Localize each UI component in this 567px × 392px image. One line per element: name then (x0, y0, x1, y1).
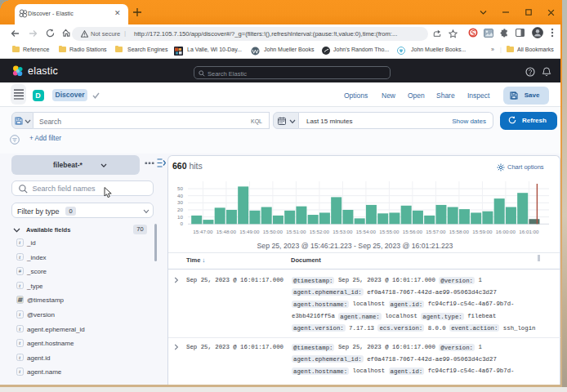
svg-text:15:50:00: 15:50:00 (263, 229, 284, 234)
svg-text:15:48:00: 15:48:00 (217, 229, 237, 234)
svg-text:15:49:00: 15:49:00 (239, 229, 260, 234)
svg-text:15:56:00: 15:56:00 (403, 229, 423, 234)
svg-text:15:57:00: 15:57:00 (426, 229, 446, 234)
svg-text:15:53:00: 15:53:00 (333, 229, 353, 234)
svg-text:40: 40 (177, 193, 183, 198)
svg-text:15:58:00: 15:58:00 (449, 229, 470, 234)
svg-text:0: 0 (181, 220, 184, 226)
svg-text:16:01:00: 16:01:00 (519, 229, 539, 234)
svg-text:10: 10 (177, 214, 183, 220)
svg-text:15:52:00: 15:52:00 (310, 229, 330, 234)
svg-text:15:54:00: 15:54:00 (356, 229, 377, 234)
svg-text:15:59:00: 15:59:00 (472, 229, 493, 234)
svg-text:15:51:00: 15:51:00 (286, 229, 306, 234)
svg-text:50: 50 (177, 185, 183, 191)
svg-text:16:00:00: 16:00:00 (496, 229, 516, 234)
svg-text:15:55:00: 15:55:00 (379, 229, 400, 234)
svg-text:20: 20 (177, 207, 183, 212)
svg-text:30: 30 (177, 199, 183, 205)
svg-text:15:47:00: 15:47:00 (193, 229, 213, 234)
